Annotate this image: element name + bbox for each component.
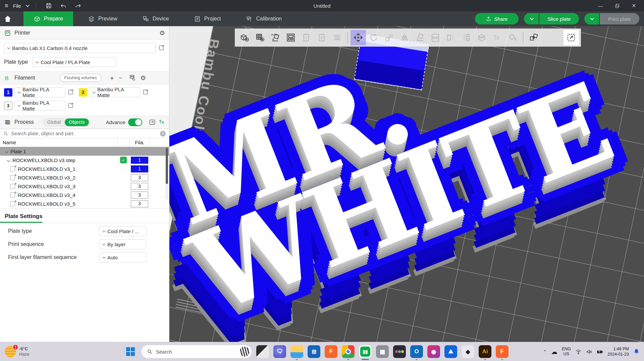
notification-bell-icon[interactable] <box>633 348 640 355</box>
tab-preview[interactable]: Preview <box>78 11 127 26</box>
save-button[interactable] <box>44 1 54 10</box>
plate-type-select[interactable]: Cool Plate / PLA Plate <box>33 57 116 67</box>
edit-filament-2-button[interactable] <box>142 89 149 96</box>
print-sequence-select[interactable]: By layer <box>99 239 146 249</box>
tree-row-part[interactable]: ROCKWELLXBOLD v3_5 3 <box>0 199 169 208</box>
onedrive-cloud-icon[interactable]: ☁ <box>551 348 557 356</box>
printer-settings-gear-icon[interactable]: ⚙ <box>159 29 165 37</box>
illustrator-button[interactable]: Ai <box>479 345 491 358</box>
menu-icon[interactable]: ≡ <box>5 3 8 9</box>
filament-badge[interactable]: 1 <box>131 165 148 172</box>
tab-device[interactable]: Device <box>132 11 179 26</box>
filament-badge[interactable]: 3 <box>131 183 148 190</box>
add-plate-button[interactable] <box>252 30 268 45</box>
filament-2-color-swatch[interactable]: 2 <box>79 88 87 97</box>
battery-icon[interactable] <box>597 349 603 355</box>
print-checkbox[interactable]: ✓ <box>120 157 127 163</box>
tree-row-part[interactable]: ROCKWELLXBOLD v3_3 3 <box>0 182 169 191</box>
volume-icon[interactable] <box>586 349 592 355</box>
davinci-resolve-button[interactable] <box>393 345 406 358</box>
outlook-button[interactable]: O <box>410 345 423 358</box>
filament-badge[interactable]: 3 <box>131 174 148 181</box>
assembly-view-button[interactable] <box>526 30 541 45</box>
microsoft-store-button[interactable]: ⊞ <box>308 345 320 358</box>
arrange-button[interactable] <box>283 30 299 45</box>
redo-button[interactable] <box>73 1 83 10</box>
compare-settings-icon[interactable] <box>158 119 165 125</box>
teams-chat-button[interactable]: 🗨 <box>273 345 286 358</box>
tab-project[interactable]: Project <box>184 11 231 26</box>
print-options-button[interactable] <box>584 13 599 24</box>
filament-settings-gear-icon[interactable]: ⚙ <box>140 74 146 82</box>
printer-select[interactable]: Bambu Lab X1 Carbon 0.4 nozzle <box>4 43 156 53</box>
move-tool-button[interactable] <box>351 30 366 45</box>
add-object-button[interactable] <box>237 30 252 45</box>
tree-row-part[interactable]: ROCKWELLXBOLD v3_2 3 <box>0 173 169 182</box>
filament-3-color-swatch[interactable]: 3 <box>4 102 12 110</box>
clear-search-icon[interactable]: ✕ <box>160 131 166 137</box>
rotate-tool-button <box>366 30 381 45</box>
minimize-button[interactable]: — <box>594 1 607 11</box>
paramount-plus-button[interactable]: ⛰ <box>444 345 457 358</box>
auto-orient-button[interactable]: AUTO <box>268 30 283 45</box>
chevron-down-icon[interactable] <box>25 3 29 7</box>
edit-filament-1-button[interactable] <box>67 89 74 96</box>
capcut-like-button[interactable]: ◉ <box>427 345 440 358</box>
tray-expand-chevron[interactable]: ⌃ <box>543 349 547 354</box>
language-switcher[interactable]: ENGUS <box>562 347 571 357</box>
chrome-button[interactable] <box>342 345 355 358</box>
wifi-icon[interactable] <box>575 349 582 355</box>
share-button[interactable]: Share <box>475 13 519 24</box>
edit-filament-3-button[interactable] <box>67 102 74 110</box>
filament-badge[interactable]: 3 <box>131 192 148 199</box>
advance-toggle[interactable] <box>128 118 142 126</box>
calculator-button[interactable]: ▦ <box>376 345 389 358</box>
edit-printer-button[interactable] <box>158 44 165 52</box>
inkscape-button[interactable]: ◆ <box>462 345 474 358</box>
object-search-input[interactable] <box>11 131 157 136</box>
print-plate-button: Print plate <box>600 13 639 24</box>
file-menu[interactable]: File <box>13 3 21 9</box>
viewport-3d[interactable]: Bambu Cool Plate MR. MR. WHITE WHITE AUT… <box>169 26 644 342</box>
slice-plate-button[interactable]: Slice plate <box>539 13 579 24</box>
bambu-studio-button[interactable]: ▮▮ <box>359 345 372 358</box>
toolbar-collapse-button[interactable] <box>564 30 579 45</box>
tree-row-plate[interactable]: Plate 1 <box>0 147 169 156</box>
filament-2-select[interactable]: Bambu PLA Matte <box>89 87 140 97</box>
add-filament-button[interactable]: ＋ <box>109 73 115 83</box>
search-icon <box>3 131 8 136</box>
filament-1-select[interactable]: Bambu PLA Matte <box>14 87 65 97</box>
plate-settings-tab[interactable]: Plate Settings <box>0 208 42 223</box>
start-button[interactable] <box>124 345 137 358</box>
tree-row-part[interactable]: ROCKWELLXBOLD v3_4 3 <box>0 191 169 199</box>
task-view-button[interactable] <box>256 345 269 358</box>
weather-widget[interactable]: 1 -6°C Haze <box>0 346 124 357</box>
close-button[interactable]: ✕ <box>627 1 641 11</box>
plate-type-setting-select[interactable]: Cool Plate / ... <box>99 226 146 236</box>
parameter-list-icon[interactable] <box>149 119 156 125</box>
first-layer-sequence-select[interactable]: Auto <box>99 252 146 262</box>
tree-row-object[interactable]: ROCKWELLXBOLD v3.step ✓ 1 <box>0 156 169 164</box>
undo-button[interactable] <box>58 1 68 10</box>
filament-badge[interactable]: 1 <box>131 157 148 164</box>
tab-calibration[interactable]: Calibration <box>236 11 292 26</box>
home-button[interactable] <box>0 11 15 26</box>
scope-global[interactable]: Global <box>43 118 65 126</box>
fusion360-button[interactable]: F <box>325 345 337 358</box>
filament-badge[interactable]: 3 <box>131 200 148 207</box>
filament-3-select[interactable]: Bambu PLA Matte <box>14 101 65 111</box>
taskbar-search[interactable]: Search <box>141 345 252 358</box>
restore-button[interactable] <box>610 1 624 11</box>
tree-scrollbar[interactable] <box>166 148 168 200</box>
remove-filament-button[interactable]: − <box>119 74 123 82</box>
filament-1-color-swatch[interactable]: 1 <box>4 88 12 97</box>
slice-options-button[interactable] <box>524 13 539 24</box>
flushing-volumes-button[interactable]: Flushing volumes <box>60 74 101 82</box>
scope-objects[interactable]: Objects <box>65 118 89 126</box>
tab-prepare[interactable]: Prepare <box>23 11 73 26</box>
file-explorer-button[interactable] <box>290 345 303 358</box>
ams-sync-icon[interactable] <box>129 73 136 82</box>
clock-widget[interactable]: 1:46 PM2024-01-23 <box>607 346 629 357</box>
fusion360-2-button[interactable]: F <box>496 345 508 358</box>
tree-row-part[interactable]: ROCKWELLXBOLD v3_1 1 <box>0 164 169 173</box>
